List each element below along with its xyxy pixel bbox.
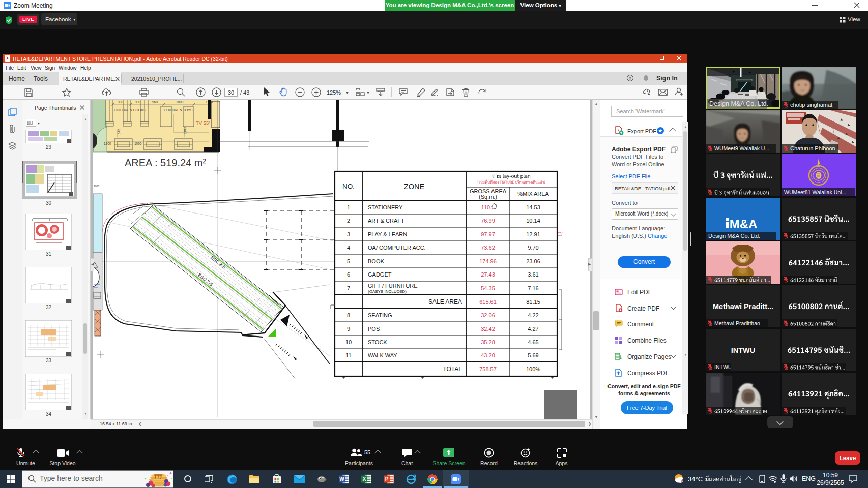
svg-text:SALE AREA: SALE AREA — [428, 298, 462, 306]
svg-text:M&A: M&A — [730, 217, 758, 231]
svg-text:PLAY & LEARN: PLAY & LEARN — [368, 231, 407, 237]
svg-text:11: 11 — [345, 352, 351, 358]
svg-text:ZONE: ZONE — [404, 182, 425, 191]
svg-text:TOTAL: TOTAL — [443, 365, 462, 373]
svg-text:X: X — [363, 476, 366, 482]
svg-text:WALK WAY: WALK WAY — [368, 352, 397, 358]
svg-text:76.99: 76.99 — [481, 218, 495, 224]
svg-text:97.97: 97.97 — [481, 231, 495, 237]
svg-text:TV 55': TV 55' — [196, 120, 210, 126]
svg-text:(OASYS INCLUDED): (OASYS INCLUDED) — [368, 289, 407, 294]
svg-text:7: 7 — [347, 285, 350, 291]
svg-text:3: 3 — [347, 231, 350, 237]
svg-text:14.53: 14.53 — [526, 204, 540, 210]
svg-text:STOCK: STOCK — [368, 339, 387, 345]
svg-text:27.43: 27.43 — [481, 271, 495, 278]
svg-text:ART & CRAFT: ART & CRAFT — [368, 218, 404, 224]
svg-text:1: 1 — [347, 204, 350, 210]
svg-text:SEATING: SEATING — [368, 312, 392, 318]
svg-text:4.22: 4.22 — [528, 312, 538, 318]
svg-text:W: W — [339, 476, 344, 482]
svg-text:1000: 1000 — [176, 100, 184, 104]
svg-text:1100: 1100 — [183, 127, 187, 134]
svg-text:12.91: 12.91 — [526, 231, 540, 237]
svg-text:900: 900 — [135, 100, 140, 104]
svg-text:43.20: 43.20 — [481, 352, 495, 358]
svg-text:AREA : 519.24 m²: AREA : 519.24 m² — [125, 157, 206, 168]
svg-text:1000: 1000 — [94, 185, 99, 188]
svg-text:758.57: 758.57 — [479, 366, 497, 372]
svg-text:P: P — [385, 476, 389, 482]
svg-text:1000: 1000 — [134, 142, 142, 145]
svg-text:5: 5 — [347, 258, 350, 264]
svg-text:32.06: 32.06 — [481, 312, 495, 318]
svg-text:BOOK: BOOK — [368, 258, 384, 264]
svg-text:73.62: 73.62 — [481, 245, 495, 251]
svg-text:174.96: 174.96 — [479, 258, 497, 264]
svg-text:OA/ COMPUTER ACC.: OA/ COMPUTER ACC. — [368, 245, 426, 251]
svg-text:CHILDREN BOOKS: CHILDREN BOOKS — [114, 108, 146, 112]
svg-text:4.27: 4.27 — [528, 326, 538, 332]
svg-text:100%: 100% — [526, 366, 540, 372]
svg-text:615.61: 615.61 — [479, 299, 497, 305]
svg-text:GIFT / FURNITURE: GIFT / FURNITURE — [368, 283, 418, 289]
svg-text:2: 2 — [347, 218, 350, 224]
svg-text:NO.: NO. — [342, 182, 355, 190]
svg-text:10.14: 10.14 — [526, 218, 540, 224]
svg-text:(Sq.m.): (Sq.m.) — [479, 194, 497, 200]
svg-text:GADGET: GADGET — [368, 271, 392, 278]
svg-text:POS: POS — [368, 326, 380, 332]
svg-text:900: 900 — [118, 100, 123, 104]
svg-text:8: 8 — [347, 312, 350, 318]
svg-text:23.06: 23.06 — [526, 258, 540, 264]
svg-text:35.28: 35.28 — [481, 339, 495, 345]
svg-text:9: 9 — [347, 326, 350, 332]
svg-text:10: 10 — [345, 339, 352, 345]
svg-text:1200: 1200 — [104, 142, 111, 145]
svg-text:9.70: 9.70 — [528, 245, 538, 251]
svg-text:81.15: 81.15 — [526, 299, 540, 305]
svg-text:32.42: 32.42 — [481, 326, 495, 332]
svg-text:4.65: 4.65 — [528, 339, 538, 345]
svg-text:4: 4 — [347, 245, 350, 251]
svg-text:960: 960 — [152, 100, 158, 104]
svg-text:%MIX AREA: %MIX AREA — [517, 191, 549, 197]
svg-text:54.35: 54.35 — [481, 285, 495, 291]
svg-text:7.16: 7.16 — [528, 285, 538, 291]
svg-text:3.61: 3.61 — [528, 271, 538, 278]
svg-text:5.69: 5.69 — [528, 352, 538, 358]
svg-text:6: 6 — [347, 271, 350, 278]
svg-text:STATIONERY: STATIONERY — [368, 204, 403, 210]
svg-text:CHILDREN TOYS: CHILDREN TOYS — [164, 108, 193, 112]
